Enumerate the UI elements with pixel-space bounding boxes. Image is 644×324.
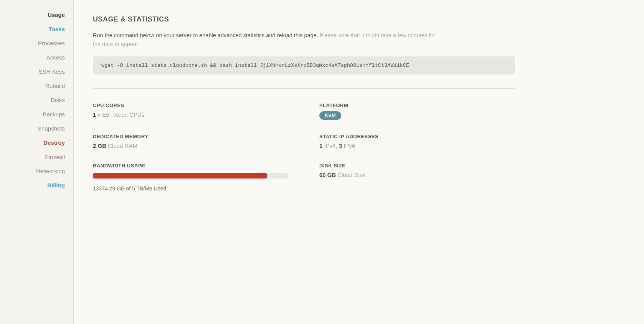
divider-top <box>93 88 515 89</box>
disk-desc: Cloud Disk <box>338 172 366 178</box>
bandwidth-text: 13374.29 GB of 5 TB/Mo Used <box>93 185 289 192</box>
ipv6-count: 3 <box>339 142 342 149</box>
sidebar-item-firewall[interactable]: Firewall <box>0 150 73 164</box>
bandwidth-bar-fill <box>93 173 267 179</box>
bandwidth-bar-container <box>93 173 289 179</box>
sidebar-item-rebuild[interactable]: Rebuild <box>0 79 73 93</box>
disk-label: DISK SIZE <box>319 163 515 169</box>
platform-label: PLATFORM <box>319 102 515 108</box>
sidebar-item-access[interactable]: Access <box>0 50 73 64</box>
ipv4-desc: IPv4, <box>324 142 337 149</box>
memory-value: 2 GB Cloud RAM <box>93 142 289 149</box>
ip-value: 1 IPv4, 3 IPv6 <box>319 142 515 149</box>
sidebar-item-disks[interactable]: Disks <box>0 93 73 107</box>
ip-label: STATIC IP ADDRESSES <box>319 134 515 139</box>
cpu-cores-block: CPU CORES 1 x E5 - Xeon CPUs <box>93 102 289 120</box>
sidebar-item-ssh-keys[interactable]: SSH Keys <box>0 64 73 79</box>
sidebar-item-usage[interactable]: Usage <box>0 8 73 22</box>
cpu-cores-value: 1 x E5 - Xeon CPUs <box>93 111 289 118</box>
cpu-cores-label: CPU CORES <box>93 102 289 108</box>
ipv6-desc: IPv6 <box>343 142 355 149</box>
sidebar-item-snapshots[interactable]: Snapshots <box>0 121 73 136</box>
kvm-badge: KVM <box>319 111 341 120</box>
main-content: USAGE & STATISTICS Run the command below… <box>74 0 644 324</box>
divider-bottom <box>93 207 515 207</box>
stats-grid: CPU CORES 1 x E5 - Xeon CPUs PLATFORM KV… <box>93 102 515 192</box>
cpu-cores-count: 1 <box>93 111 96 118</box>
sidebar-item-processes[interactable]: Processes <box>0 36 73 50</box>
platform-block: PLATFORM KVM <box>319 102 515 120</box>
page-title: USAGE & STATISTICS <box>93 15 621 23</box>
sidebar-item-billing[interactable]: Billing <box>0 178 73 192</box>
bandwidth-total: 5 TB/Mo Used <box>132 185 166 192</box>
sidebar-item-networking[interactable]: Networking <box>0 164 73 178</box>
bandwidth-block: BANDWIDTH USAGE 13374.29 GB of 5 TB/Mo U… <box>93 163 289 192</box>
bandwidth-unit: GB of <box>117 185 132 192</box>
bandwidth-label: BANDWIDTH USAGE <box>93 163 289 169</box>
ip-block: STATIC IP ADDRESSES 1 IPv4, 3 IPv6 <box>319 134 515 149</box>
memory-desc: Cloud RAM <box>108 142 137 149</box>
bandwidth-used: 13374.29 <box>93 185 115 192</box>
disk-value: 60 GB Cloud Disk <box>319 172 515 178</box>
sidebar-item-destroy[interactable]: Destroy <box>0 136 73 150</box>
ipv4-count: 1 <box>319 142 322 149</box>
description: Run the command below on your server to … <box>93 31 438 49</box>
memory-block: DEDICATED MEMORY 2 GB Cloud RAM <box>93 134 289 149</box>
cpu-cores-desc: x E5 - Xeon CPUs <box>98 111 145 118</box>
sidebar-item-backups[interactable]: Backups <box>0 107 73 121</box>
sidebar: UsageTasksProcessesAccessSSH KeysRebuild… <box>0 0 74 324</box>
memory-label: DEDICATED MEMORY <box>93 134 289 139</box>
description-main: Run the command below on your server to … <box>93 32 318 38</box>
disk-block: DISK SIZE 60 GB Cloud Disk <box>319 163 515 192</box>
sidebar-item-tasks[interactable]: Tasks <box>0 22 73 36</box>
disk-gb: 60 GB <box>319 172 336 178</box>
command-box[interactable]: wget -O install stats.cloudcone.sh && ba… <box>93 56 515 74</box>
memory-gb: 2 GB <box>93 142 106 149</box>
